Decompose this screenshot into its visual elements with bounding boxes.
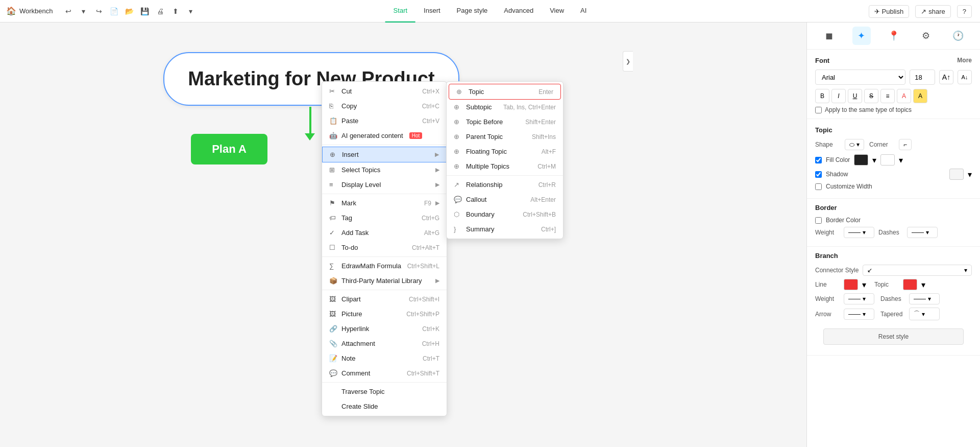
menu-clipart[interactable]: 🖼 Clipart Ctrl+Shift+I xyxy=(322,292,447,307)
border-dashes-selector[interactable]: —— ▾ xyxy=(907,227,938,238)
underline-button[interactable]: U xyxy=(848,89,862,103)
help-button[interactable]: ? xyxy=(957,5,972,18)
menu-third-party[interactable]: 📦 Third-Party Material Library ▶ xyxy=(322,273,447,288)
font-size-increase-button[interactable]: A↑ xyxy=(939,70,953,84)
topic-section: Topic Shape ⬭ ▾ Corner ⌐ Fill Color ▾ ▾ xyxy=(807,119,980,199)
export-button[interactable]: ⬆ xyxy=(168,4,183,18)
submenu-parent-topic[interactable]: ⊕ Parent Topic Shift+Ins xyxy=(447,129,563,144)
branch-topic-color-arrow[interactable]: ▾ xyxy=(921,280,925,290)
menu-divider-4 xyxy=(322,290,447,290)
customize-width-checkbox[interactable] xyxy=(815,183,822,190)
menu-select-topics[interactable]: ⊞ Select Topics ▶ xyxy=(322,162,447,177)
menu-hyperlink[interactable]: 🔗 Hyperlink Ctrl+K xyxy=(322,321,447,336)
menu-add-task[interactable]: ✓ Add Task Alt+G xyxy=(322,225,447,240)
reset-style-button[interactable]: Reset style xyxy=(823,328,964,345)
font-size-decrease-button[interactable]: A↓ xyxy=(958,70,972,84)
menu-attachment[interactable]: 📎 Attachment Ctrl+H xyxy=(322,336,447,351)
menu-comment[interactable]: 💬 Comment Ctrl+Shift+T xyxy=(322,366,447,381)
branch-line-color-arrow[interactable]: ▾ xyxy=(862,280,866,290)
submenu-subtopic[interactable]: ⊕ Subtopic Tab, Ins, Ctrl+Enter xyxy=(447,100,563,114)
panel-icon-gear[interactable]: ⚙ xyxy=(917,27,935,45)
submenu-callout[interactable]: 💬 Callout Alt+Enter xyxy=(447,192,563,207)
menu-display-level[interactable]: ≡ Display Level ▶ xyxy=(322,177,447,192)
undo-button[interactable]: ↩ xyxy=(61,4,76,18)
connector-style-selector[interactable]: ↙ ▾ xyxy=(863,265,972,276)
menu-edrawmath[interactable]: ∑ EdrawMath Formula Ctrl+Shift+L xyxy=(322,258,447,273)
fill-color-arrow[interactable]: ▾ xyxy=(872,155,876,165)
nav-advanced[interactable]: Advanced xyxy=(496,0,542,22)
font-size-input[interactable] xyxy=(910,69,935,85)
border-weight-selector[interactable]: —— ▾ xyxy=(844,227,874,238)
share-button[interactable]: ↗ share xyxy=(915,5,951,18)
undo-arrow[interactable]: ▾ xyxy=(77,4,91,18)
apply-same-checkbox[interactable] xyxy=(815,107,822,113)
menu-mark[interactable]: ⚑ Mark F9 ▶ xyxy=(322,196,447,210)
open-file-button[interactable]: 📂 xyxy=(122,4,137,18)
highlight-button[interactable]: A xyxy=(913,89,927,103)
border-color-checkbox[interactable] xyxy=(815,217,822,224)
menu-insert[interactable]: ⊕ Insert ▶ xyxy=(322,147,447,162)
nav-view[interactable]: View xyxy=(542,0,572,22)
nav-insert[interactable]: Insert xyxy=(415,0,449,22)
font-family-select[interactable]: Arial xyxy=(815,69,905,85)
font-color-button[interactable]: A xyxy=(897,89,911,103)
more-tools-button[interactable]: ▾ xyxy=(184,4,198,18)
submenu-topic[interactable]: ⊕ Topic Enter xyxy=(449,84,561,100)
panel-icon-style[interactable]: ◼ xyxy=(820,27,839,45)
print-button[interactable]: 🖨 xyxy=(153,4,167,18)
branch-topic-color[interactable] xyxy=(903,279,917,290)
corner-select[interactable]: ⌐ xyxy=(899,139,912,150)
save-file-button[interactable]: 💾 xyxy=(138,4,152,18)
submenu-multiple-topics[interactable]: ⊕ Multiple Topics Ctrl+M xyxy=(447,159,563,174)
bold-button[interactable]: B xyxy=(815,89,829,103)
shadow-color-swatch[interactable] xyxy=(949,169,964,180)
sub-topic-node[interactable]: Plan A xyxy=(191,134,267,164)
branch-line-color[interactable] xyxy=(844,279,858,290)
submenu-relationship[interactable]: ↗ Relationship Ctrl+R xyxy=(447,177,563,192)
connector-style-label: Connector Style xyxy=(815,267,859,274)
nav-start[interactable]: Start xyxy=(385,0,415,22)
font-more-link[interactable]: More xyxy=(957,57,972,64)
fill-color-checkbox[interactable] xyxy=(815,157,822,163)
nav-ai[interactable]: AI xyxy=(572,0,595,22)
shape-select[interactable]: ⬭ ▾ xyxy=(845,139,864,150)
nav-page-style[interactable]: Page style xyxy=(449,0,496,22)
menu-ai-content[interactable]: 🤖 AI generated content Hot xyxy=(322,128,447,143)
branch-dashes-selector[interactable]: —— ▾ xyxy=(909,293,940,304)
menu-traverse-topic[interactable]: Traverse Topic xyxy=(322,384,447,399)
menu-picture[interactable]: 🖼 Picture Ctrl+Shift+P xyxy=(322,307,447,321)
fill-color-arrow-2[interactable]: ▾ xyxy=(899,155,903,165)
submenu-floating-topic[interactable]: ⊕ Floating Topic Alt+F xyxy=(447,144,563,159)
display-level-icon: ≡ xyxy=(329,181,337,189)
redo-button[interactable]: ↪ xyxy=(92,4,106,18)
shadow-color-arrow[interactable]: ▾ xyxy=(968,170,972,179)
menu-tag[interactable]: 🏷 Tag Ctrl+G xyxy=(322,210,447,225)
submenu-topic-before[interactable]: ⊕ Topic Before Shift+Enter xyxy=(447,114,563,129)
strikethrough-button[interactable]: S xyxy=(864,89,878,103)
branch-weight-selector[interactable]: —— ▾ xyxy=(844,293,874,304)
app-logo[interactable]: 🏠 Workbench xyxy=(6,6,53,16)
menu-paste[interactable]: 📋 Paste Ctrl+V xyxy=(322,113,447,128)
panel-icon-format[interactable]: ✦ xyxy=(852,27,871,45)
panel-collapse-button[interactable]: ❯ xyxy=(623,51,633,72)
publish-button[interactable]: ✈ Publish xyxy=(869,5,910,18)
new-file-button[interactable]: 📄 xyxy=(107,4,121,18)
align-button[interactable]: ≡ xyxy=(880,89,895,103)
floating-topic-icon: ⊕ xyxy=(454,148,462,155)
submenu-summary[interactable]: } Summary Ctrl+] xyxy=(447,222,563,237)
branch-arrow-selector[interactable]: —— ▾ xyxy=(844,309,874,320)
menu-todo[interactable]: ☐ To-do Ctrl+Alt+T xyxy=(322,240,447,255)
menu-copy[interactable]: ⎘ Copy Ctrl+C xyxy=(322,99,447,113)
submenu-boundary[interactable]: ⬡ Boundary Ctrl+Shift+B xyxy=(447,207,563,222)
shadow-checkbox[interactable] xyxy=(815,171,822,178)
fill-color-swatch-dark[interactable] xyxy=(854,154,868,166)
canvas-area[interactable]: ❯ Marketing for New Product Plan A ✂ Cut… xyxy=(0,22,806,447)
fill-color-swatch-secondary[interactable] xyxy=(880,154,895,166)
menu-create-slide[interactable]: Create Slide xyxy=(322,399,447,414)
menu-cut[interactable]: ✂ Cut Ctrl+X xyxy=(322,84,447,99)
italic-button[interactable]: I xyxy=(831,89,846,103)
branch-tapered-selector[interactable]: ⌒ ▾ xyxy=(909,308,940,320)
panel-icon-pin[interactable]: 📍 xyxy=(885,27,903,45)
panel-icon-clock[interactable]: 🕐 xyxy=(949,27,967,45)
menu-note[interactable]: 📝 Note Ctrl+T xyxy=(322,351,447,366)
